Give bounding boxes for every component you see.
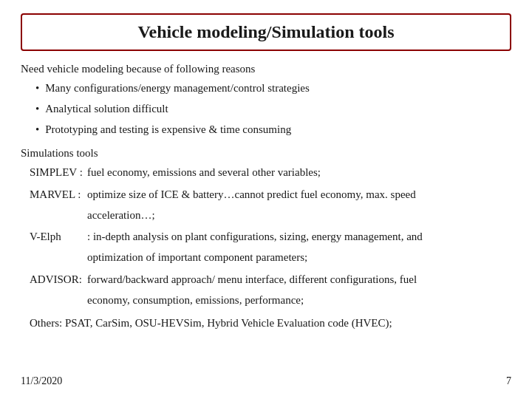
bullet-dot-3: • (35, 122, 39, 137)
tool-simplev: SIMPLEV : fuel economy, emissions and se… (21, 165, 511, 181)
tool-name-marvel: MARVEL : (30, 187, 87, 203)
bullet-dot-2: • (35, 101, 39, 117)
content-area: Need vehicle modeling because of followi… (21, 63, 511, 365)
bullet-text-1: Many configurations/energy management/co… (45, 81, 310, 96)
tool-desc-marvel-1: optimize size of ICE & battery…cannot pr… (87, 187, 511, 203)
tool-desc-advisor-2: economy, consumption, emissions, perform… (87, 294, 304, 306)
bullet-item-3: • Prototyping and testing is expensive &… (21, 122, 511, 137)
footer-page: 7 (506, 375, 511, 387)
tool-desc-velph-2: optimization of important component para… (87, 251, 307, 263)
simulations-heading: Simulations tools (21, 147, 511, 160)
tool-marvel-line1: MARVEL : optimize size of ICE & battery…… (21, 187, 511, 203)
tool-velph-line2: optimization of important component para… (21, 250, 511, 266)
others-line: Others: PSAT, CarSim, OSU-HEVSim, Hybrid… (21, 316, 511, 332)
tool-marvel-line2: acceleration…; (21, 208, 511, 224)
tool-desc-simplev: fuel economy, emissions and several othe… (87, 165, 511, 181)
tool-name-advisor: ADVISOR: (30, 272, 87, 288)
tool-desc-marvel-2: acceleration…; (87, 209, 155, 221)
tool-desc-advisor-1: forward/backward approach/ menu interfac… (87, 272, 511, 288)
title-box: Vehicle modeling/Simulation tools (21, 13, 511, 51)
bullet-item-1: • Many configurations/energy management/… (21, 81, 511, 96)
tool-name-simplev: SIMPLEV : (30, 165, 87, 181)
tool-advisor-line2: economy, consumption, emissions, perform… (21, 293, 511, 309)
footer: 11/3/2020 7 (21, 372, 511, 387)
bullet-dot-1: • (35, 81, 39, 96)
bullet-item-2: • Analytical solution difficult (21, 101, 511, 117)
slide-container: Vehicle modeling/Simulation tools Need v… (0, 0, 532, 399)
tool-desc-velph-1: in-depth analysis on plant configuration… (93, 231, 423, 242)
footer-date: 11/3/2020 (21, 375, 62, 387)
slide-title: Vehicle modeling/Simulation tools (137, 22, 394, 41)
tool-advisor-line1: ADVISOR: forward/backward approach/ menu… (21, 272, 511, 288)
tool-name-velph: V-Elph (30, 229, 87, 245)
bullet-text-3: Prototyping and testing is expensive & t… (45, 122, 291, 137)
tool-desc-velph-sep: : in-depth analysis on plant configurati… (87, 229, 511, 245)
intro-line: Need vehicle modeling because of followi… (21, 63, 511, 75)
tool-velph-line1: V-Elph : in-depth analysis on plant conf… (21, 229, 511, 245)
bullet-text-2: Analytical solution difficult (45, 101, 168, 117)
